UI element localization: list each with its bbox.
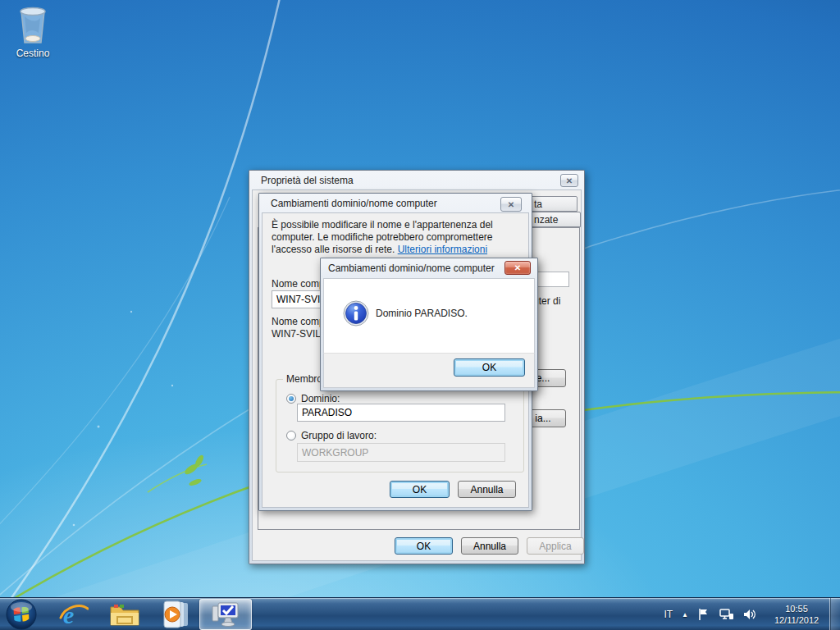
- chevron-up-icon[interactable]: ▲: [682, 611, 688, 619]
- window-title: Cambiamenti dominio/nome computer: [271, 198, 437, 209]
- learn-more-link[interactable]: Ulteriori informazioni: [398, 244, 487, 255]
- date: 12/11/2012: [766, 614, 827, 626]
- workgroup-radio-label: Gruppo di lavoro:: [301, 430, 377, 441]
- member-of-group: Membro di Dominio: PARADISO Gruppo di la…: [276, 379, 524, 472]
- button-label: e...: [536, 372, 550, 384]
- folder-icon: [109, 602, 140, 627]
- button-label: Applica: [539, 541, 571, 552]
- window-title: Proprietà del sistema: [261, 175, 354, 186]
- field-value: WIN7-SVIL: [276, 294, 326, 305]
- system-properties-task-button[interactable]: [199, 599, 252, 630]
- system-properties-titlebar[interactable]: Proprietà del sistema ✕: [249, 171, 584, 190]
- ok-button[interactable]: OK: [390, 481, 450, 498]
- field-value: WORKGROUP: [302, 447, 368, 459]
- network-icon[interactable]: [719, 608, 734, 621]
- button-label: OK: [417, 541, 431, 552]
- cancel-button[interactable]: Annulla: [461, 537, 518, 555]
- show-desktop-button[interactable]: [829, 598, 840, 630]
- close-icon[interactable]: ✕: [504, 261, 531, 275]
- button-label: Annulla: [473, 541, 506, 552]
- field-value: PARADISO: [302, 407, 352, 418]
- action-center-flag-icon[interactable]: [697, 608, 710, 621]
- time: 10:55: [766, 603, 827, 614]
- tab-label: nzate: [534, 214, 558, 226]
- internet-explorer-icon: e: [59, 601, 89, 628]
- taskbar: e: [0, 597, 840, 630]
- tab-label: ta: [534, 199, 542, 210]
- close-icon[interactable]: ✕: [500, 197, 522, 212]
- button-label: Annulla: [470, 484, 503, 495]
- info-icon: [343, 300, 369, 326]
- workgroup-radio[interactable]: [286, 431, 296, 441]
- button-label: OK: [413, 484, 427, 495]
- dialog-description: È possibile modificare il nome e l'appar…: [272, 219, 522, 256]
- file-explorer-button[interactable]: [107, 598, 143, 630]
- button-label: ia...: [535, 413, 550, 424]
- clock[interactable]: 10:55 12/11/2012: [766, 603, 827, 626]
- domain-radio-label: Dominio:: [301, 393, 340, 404]
- domain-field[interactable]: PARADISO: [297, 404, 505, 422]
- recycle-bin-icon: [15, 5, 51, 46]
- domain-dialog-titlebar[interactable]: Cambiamenti dominio/nome computer ✕: [259, 194, 532, 213]
- ok-button[interactable]: OK: [395, 537, 453, 555]
- full-computer-name-value: WIN7-SVIL: [272, 328, 321, 340]
- message-box-titlebar[interactable]: Cambiamenti dominio/nome computer ✕: [321, 258, 537, 278]
- desktop: Cestino Proprietà del sistema ✕ ta nzate…: [0, 0, 840, 630]
- workgroup-field: WORKGROUP: [297, 443, 505, 462]
- domain-radio[interactable]: [286, 394, 296, 404]
- svg-text:e: e: [63, 601, 74, 628]
- system-icon: [211, 601, 240, 628]
- ok-button[interactable]: OK: [454, 358, 525, 377]
- close-icon[interactable]: ✕: [560, 174, 578, 187]
- media-player-button[interactable]: [158, 598, 194, 630]
- cancel-button[interactable]: Annulla: [458, 481, 516, 498]
- start-button[interactable]: [4, 598, 39, 630]
- system-tray: IT ▲ 10:55 12/11/2012: [664, 598, 827, 630]
- windows-logo-icon: [6, 599, 37, 630]
- button-label: OK: [482, 362, 496, 373]
- recycle-bin-label: Cestino: [3, 48, 62, 59]
- internet-explorer-button[interactable]: e: [56, 598, 92, 630]
- window-title: Cambiamenti dominio/nome computer: [328, 262, 495, 274]
- message-text: Dominio PARADISO.: [376, 308, 468, 319]
- recycle-bin[interactable]: Cestino: [3, 5, 62, 59]
- language-indicator[interactable]: IT: [664, 609, 673, 620]
- media-player-icon: [161, 600, 190, 628]
- apply-button[interactable]: Applica: [527, 537, 584, 555]
- volume-icon[interactable]: [743, 608, 757, 621]
- domain-message-box: Cambiamenti dominio/nome computer ✕ Domi…: [320, 258, 538, 391]
